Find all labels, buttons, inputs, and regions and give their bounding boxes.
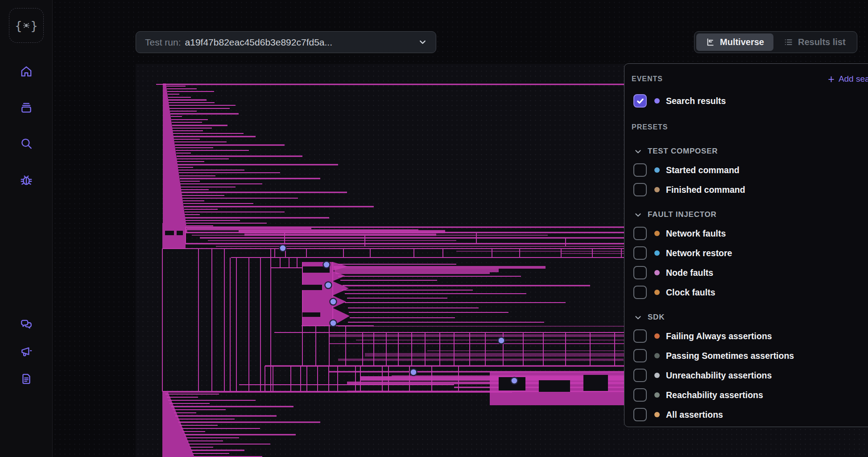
sidebar-item-home[interactable] [16,61,37,82]
event-filter-label: Started command [666,165,740,175]
chat-icon [20,318,33,331]
megaphone-icon [20,345,33,358]
add-search-label: Add search [839,74,868,84]
chevron-down-icon [634,148,642,155]
checkbox[interactable] [633,369,647,382]
preset-group-items: Network faults Network restore Node faul… [624,224,868,302]
event-filter-label: Reachability assertions [666,390,763,400]
sidebar-item-bug-report[interactable] [16,169,37,191]
test-run-dropdown[interactable]: Test run: a19f47b82eac45d6b3e892c7fd5a..… [136,31,436,53]
filter-row-passing-sometimes-assertions: Passing Sometimes assertions [624,346,868,366]
preset-group-name: FAULT INJECTOR [648,210,717,219]
event-filter-label: Node faults [666,268,713,278]
document-icon [20,372,33,386]
sidebar: { } [0,0,53,457]
event-color-dot [654,231,660,236]
checkbox[interactable] [633,183,647,196]
checkbox[interactable] [633,286,647,299]
event-color-dot [654,187,660,192]
event-color-dot [654,373,660,378]
sidebar-item-chat[interactable] [16,314,37,335]
event-marker[interactable] [280,245,286,252]
event-filter-label: All assertions [666,410,723,420]
filter-row-failing-always-assertions: Failing Always assertions [624,326,868,346]
bug-glyph-icon [23,22,30,29]
filter-row-search-results: Search results [624,91,868,111]
filter-row-clock-faults: Clock faults [624,283,868,302]
search-icon [20,137,33,150]
filter-row-reachability-assertions: Reachability assertions [624,385,868,405]
preset-group-header[interactable]: SDK [624,308,868,326]
event-color-dot [654,270,660,275]
filter-row-finished-command: Finished command [624,180,868,199]
logo-right-brace: } [30,19,38,33]
event-filter-label: Clock faults [666,287,715,298]
filter-row-node-faults: Node faults [624,263,868,283]
filter-row-network-restore: Network restore [624,243,868,263]
tab-multiverse-label: Multiverse [720,37,764,47]
checkbox[interactable] [633,94,647,108]
app-root: Test run: a19f47b82eac45d6b3e892c7fd5a..… [0,0,868,457]
sidebar-item-announcements[interactable] [16,341,37,362]
preset-group-sdk: SDK Failing Always assertions Passing So… [624,308,868,424]
event-marker[interactable] [330,320,337,327]
event-color-dot [654,353,660,358]
event-color-dot [654,392,660,398]
filter-row-all-assertions: All assertions [624,405,868,424]
event-marker[interactable] [410,369,417,376]
list-icon [784,37,793,47]
chevron-down-icon [634,314,642,321]
test-run-value: a19f47b82eac45d6b3e892c7fd5a... [185,37,332,48]
event-filter-label: Unreachability assertions [666,370,772,381]
plus-icon: + [828,74,835,84]
stack-icon [20,101,33,114]
checkbox[interactable] [633,266,647,279]
preset-groups: TEST COMPOSER Started command Finished c… [624,142,868,424]
preset-group-name: SDK [648,313,665,322]
event-marker[interactable] [330,299,337,305]
tab-results-list[interactable]: Results list [774,33,855,51]
preset-group-header[interactable]: FAULT INJECTOR [624,206,868,224]
test-run-label: Test run: [145,37,181,48]
sidebar-item-test-runs[interactable] [16,97,37,118]
checkbox[interactable] [633,246,647,260]
event-filter-label: Finished command [666,185,745,195]
event-filter-label: Search results [666,96,726,106]
event-marker[interactable] [325,282,332,289]
event-filter-label: Passing Sometimes assertions [666,351,794,361]
filter-row-started-command: Started command [624,160,868,180]
event-marker[interactable] [498,337,505,344]
event-marker[interactable] [511,378,518,384]
chevron-down-icon [634,211,642,219]
bug-icon [20,173,33,187]
preset-group-header[interactable]: TEST COMPOSER [624,142,868,160]
event-color-dot [654,250,660,256]
events-heading: EVENTS [632,75,663,83]
filter-row-network-faults: Network faults [624,224,868,243]
event-color-dot [654,333,660,339]
main-area: Test run: a19f47b82eac45d6b3e892c7fd5a..… [53,0,868,457]
events-filter-list: Search results [624,91,868,111]
preset-group-items: Failing Always assertions Passing Someti… [624,326,868,424]
tab-multiverse[interactable]: Multiverse [696,33,773,51]
sidebar-item-search[interactable] [16,133,37,154]
check-icon [636,97,645,105]
event-color-dot [654,290,660,295]
event-marker[interactable] [323,262,330,268]
add-search-button[interactable]: + Add search [828,74,868,84]
checkbox[interactable] [633,408,647,421]
app-logo[interactable]: { } [9,8,44,43]
presets-heading: PRESETS [632,123,668,131]
checkbox[interactable] [633,329,647,343]
sidebar-item-docs[interactable] [16,368,37,390]
checkbox[interactable] [633,163,647,177]
preset-group-items: Started command Finished command [624,160,868,199]
logo-left-brace: { [15,19,22,33]
event-color-dot [654,98,660,104]
checkbox[interactable] [633,388,647,402]
event-filter-label: Network faults [666,228,726,239]
checkbox[interactable] [633,227,647,240]
tab-results-list-label: Results list [798,37,846,47]
preset-group-fault-injector: FAULT INJECTOR Network faults Network re… [624,206,868,302]
checkbox[interactable] [633,349,647,362]
